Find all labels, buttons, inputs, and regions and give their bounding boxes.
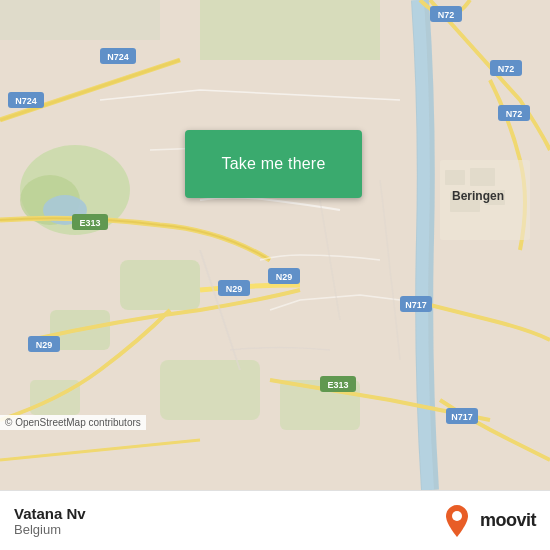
place-name: Vatana Nv bbox=[14, 505, 86, 522]
svg-text:N717: N717 bbox=[405, 300, 427, 310]
svg-rect-13 bbox=[470, 168, 495, 186]
place-country: Belgium bbox=[14, 522, 86, 537]
svg-rect-4 bbox=[120, 260, 200, 310]
attribution-text: © OpenStreetMap contributors bbox=[5, 417, 141, 428]
svg-text:E313: E313 bbox=[79, 218, 100, 228]
svg-text:N72: N72 bbox=[498, 64, 515, 74]
footer: Vatana Nv Belgium moovit bbox=[0, 490, 550, 550]
take-me-there-button[interactable]: Take me there bbox=[185, 130, 362, 198]
svg-rect-9 bbox=[200, 0, 380, 60]
map-container: N724 N724 N72 N72 N72 E313 N29 N29 N29 N… bbox=[0, 0, 550, 490]
svg-text:N717: N717 bbox=[451, 412, 473, 422]
footer-info: Vatana Nv Belgium bbox=[14, 505, 86, 537]
moovit-logo: moovit bbox=[439, 503, 536, 539]
moovit-text: moovit bbox=[480, 510, 536, 531]
svg-text:Beringen: Beringen bbox=[452, 189, 504, 203]
svg-text:E313: E313 bbox=[327, 380, 348, 390]
svg-text:N29: N29 bbox=[226, 284, 243, 294]
svg-text:N72: N72 bbox=[506, 109, 523, 119]
svg-text:N72: N72 bbox=[438, 10, 455, 20]
svg-text:N724: N724 bbox=[107, 52, 129, 62]
map-attribution: © OpenStreetMap contributors bbox=[0, 415, 146, 430]
svg-rect-10 bbox=[0, 0, 160, 40]
svg-text:N29: N29 bbox=[36, 340, 53, 350]
svg-rect-12 bbox=[445, 170, 465, 185]
svg-text:N29: N29 bbox=[276, 272, 293, 282]
svg-text:N724: N724 bbox=[15, 96, 37, 106]
svg-point-41 bbox=[452, 511, 462, 521]
moovit-icon bbox=[439, 503, 475, 539]
svg-rect-6 bbox=[160, 360, 260, 420]
